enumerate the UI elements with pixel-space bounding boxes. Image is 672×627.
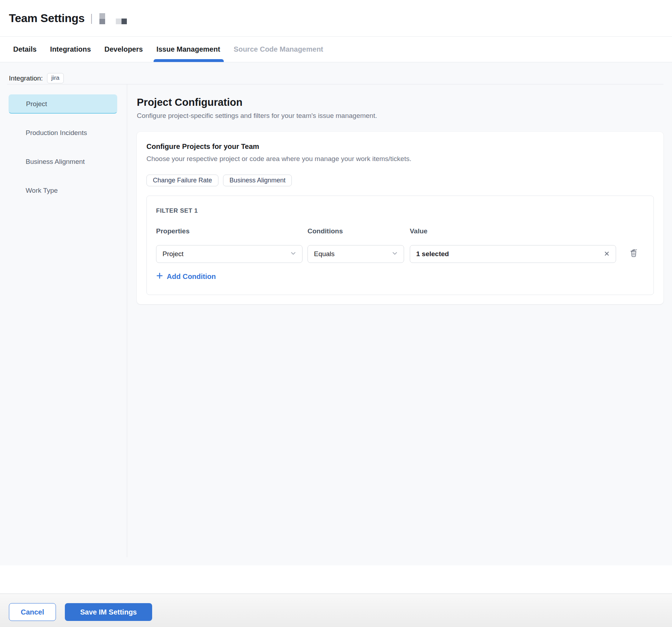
x-icon <box>604 250 610 258</box>
title-separator: | <box>91 12 93 24</box>
filter-set-1: FILTER SET 1 Properties Project <box>146 196 654 295</box>
sidebar-item-label: Production Incidents <box>26 129 87 137</box>
value-selected-count: 1 selected <box>416 250 449 258</box>
card-title: Configure Projects for your Team <box>146 142 654 151</box>
properties-column-label: Properties <box>156 227 303 235</box>
chevron-down-icon <box>290 250 296 258</box>
value-column-label: Value <box>410 227 616 235</box>
save-im-settings-button[interactable]: Save IM Settings <box>65 603 152 621</box>
card-subtitle: Choose your respective project or code a… <box>146 155 654 163</box>
configure-projects-card: Configure Projects for your Team Choose … <box>137 132 663 304</box>
tab-issue-management[interactable]: Issue Management <box>156 37 220 62</box>
sidebar-item-label: Work Type <box>26 187 58 195</box>
settings-tabbar: Details Integrations Developers Issue Ma… <box>0 37 672 62</box>
tab-source-code-management[interactable]: Source Code Management <box>234 37 323 62</box>
integration-badge: jira <box>47 73 64 83</box>
tab-integrations[interactable]: Integrations <box>50 37 91 62</box>
conditions-select[interactable]: Equals <box>307 245 404 263</box>
section-subtitle: Configure project-specific settings and … <box>137 112 672 120</box>
team-settings-page: Team Settings | Details Integrations Dev… <box>0 0 672 627</box>
redacted-text-block <box>99 13 105 24</box>
clear-value-button[interactable] <box>604 250 610 258</box>
filter-set-title: FILTER SET 1 <box>156 207 644 214</box>
settings-sidebar: Project Production Incidents Business Al… <box>0 84 127 557</box>
main-panel: Project Configuration Configure project-… <box>127 84 672 557</box>
metric-chip-row: Change Failure Rate Business Alignment <box>146 175 654 186</box>
add-condition-button[interactable]: Add Condition <box>156 272 216 281</box>
sidebar-item-production-incidents[interactable]: Production Incidents <box>9 123 117 142</box>
spacer <box>0 565 672 594</box>
page-title: Team Settings <box>9 12 84 25</box>
sidebar-item-work-type[interactable]: Work Type <box>9 181 117 200</box>
integration-label: Integration: <box>9 74 43 82</box>
properties-select-value: Project <box>162 250 183 258</box>
trash-icon <box>629 248 639 259</box>
chip-business-alignment[interactable]: Business Alignment <box>223 175 292 186</box>
sidebar-item-label: Business Alignment <box>26 158 85 166</box>
footer-action-bar: Cancel Save IM Settings <box>0 594 672 627</box>
conditions-select-value: Equals <box>314 250 335 258</box>
section-title: Project Configuration <box>137 97 672 108</box>
add-condition-label: Add Condition <box>167 273 216 281</box>
value-multiselect[interactable]: 1 selected <box>410 245 616 263</box>
redacted-text-block <box>116 19 127 24</box>
conditions-column-label: Conditions <box>307 227 404 235</box>
chip-change-failure-rate[interactable]: Change Failure Rate <box>146 175 218 186</box>
content-area: Integration: jira Project Production Inc… <box>0 62 672 565</box>
cancel-button[interactable]: Cancel <box>9 603 56 621</box>
filter-condition-row: Properties Project Conditions <box>156 227 644 263</box>
tab-details[interactable]: Details <box>13 37 37 62</box>
team-name-redacted <box>99 12 127 24</box>
chevron-down-icon <box>392 250 398 258</box>
properties-select[interactable]: Project <box>156 245 303 263</box>
sidebar-item-project[interactable]: Project <box>9 94 117 114</box>
plus-icon <box>156 272 163 281</box>
sidebar-item-business-alignment[interactable]: Business Alignment <box>9 152 117 171</box>
delete-filter-button[interactable] <box>629 248 639 259</box>
sidebar-item-label: Project <box>26 100 47 108</box>
page-header: Team Settings | <box>0 0 672 37</box>
integration-row: Integration: jira <box>0 62 672 84</box>
tab-developers[interactable]: Developers <box>104 37 143 62</box>
